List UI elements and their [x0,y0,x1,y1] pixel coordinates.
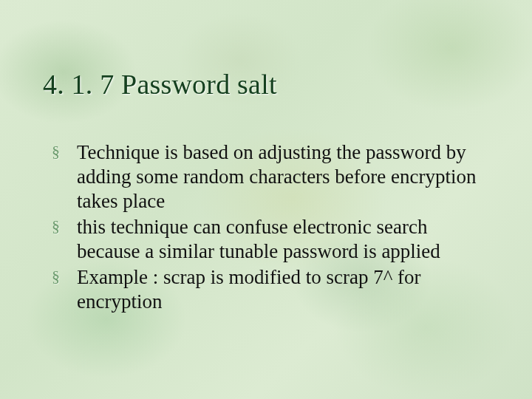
list-item: § Example : scrap is modified to scrap 7… [52,265,495,314]
slide-body: § Technique is based on adjusting the pa… [52,140,495,316]
list-item: § Technique is based on adjusting the pa… [52,140,495,214]
section-sign-icon: § [52,142,60,162]
bullet-list: § Technique is based on adjusting the pa… [52,140,495,314]
slide: 4. 1. 7 Password salt § Technique is bas… [0,0,532,399]
bullet-text: this technique can confuse electronic se… [77,216,440,262]
bullet-text: Example : scrap is modified to scrap 7^ … [77,266,421,313]
slide-title: 4. 1. 7 Password salt [43,68,277,100]
section-sign-icon: § [52,267,60,287]
section-sign-icon: § [52,216,60,236]
bullet-text: Technique is based on adjusting the pass… [77,141,477,212]
list-item: § this technique can confuse electronic … [52,215,495,264]
